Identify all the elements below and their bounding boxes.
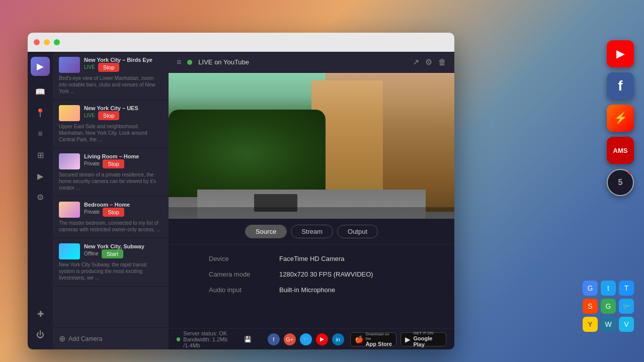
mini-google-circle-icon[interactable]: G (601, 299, 616, 314)
camera-thumb-5 (59, 243, 80, 259)
mini-icons-row-2: S G 🐦 (583, 299, 634, 314)
camera-item-5[interactable]: New York City, Subway Offline Start New … (53, 238, 169, 287)
sidebar-icon-location[interactable]: 📍 (31, 103, 50, 122)
camera-header-5: New York City, Subway Offline Start (59, 243, 163, 259)
mini-twitter2-icon[interactable]: 🐦 (619, 299, 634, 314)
app-window: ▶ 📖 📍 ≡ ⊞ ▶ ⚙ ✚ ⏻ New York City – Birds … (28, 33, 454, 349)
server-status: Server status: OK Bandwidth: 1.2Mb /1.4M… (177, 330, 252, 348)
tab-source[interactable]: Source (245, 225, 287, 238)
camera-btn-row-3: Private Stop (84, 159, 163, 168)
share-icon[interactable]: ↗ (413, 57, 419, 67)
topbar: ≡ LIVE on YouTube ↗ ⚙ 🗑 (169, 52, 454, 73)
mini-tumblr-icon[interactable]: t (601, 281, 616, 296)
trash-icon[interactable]: 🗑 (438, 58, 446, 67)
audio-input-label: Audio input (209, 286, 269, 294)
add-camera-button[interactable]: ⊕ Add Camera (53, 327, 169, 349)
hamburger-icon[interactable]: ≡ (177, 58, 181, 67)
detail-row-device: Device FaceTime HD Camera (209, 255, 414, 262)
status-dot (177, 337, 180, 341)
sidebar-icon-power[interactable]: ⏻ (31, 325, 50, 344)
controls-bar: Source Stream Output (169, 219, 454, 245)
sidebar-icon-book[interactable]: 📖 (31, 82, 50, 101)
camera-item-4[interactable]: Bedroom – Home Private Stop The master b… (53, 197, 169, 238)
sidebar-icon-grid[interactable]: ⊞ (31, 145, 50, 164)
mini-vimeo-icon[interactable]: V (619, 317, 634, 332)
camera-header-4: Bedroom – Home Private Stop (59, 202, 163, 218)
camera-desc-5: New York City Subway, the rapid transit … (59, 261, 163, 281)
googleplay-badge[interactable]: ▶ GET IT ON Google Play (400, 332, 446, 346)
camera-desc-2: Upper East Side and neighborhood, Manhat… (59, 123, 163, 143)
detail-row-camera-mode: Camera mode 644x362 30 FPS (RAWVIDEO) (209, 270, 414, 278)
facebook-app-icon[interactable]: f (607, 72, 634, 100)
device-value: FaceTime HD Camera (279, 255, 345, 262)
minimize-button[interactable] (44, 39, 50, 45)
mini-yahoo-icon[interactable]: Y (583, 317, 598, 332)
camera-info-4: Bedroom – Home Private Stop (84, 202, 163, 217)
mini-social-icon[interactable]: S (583, 299, 598, 314)
topbar-right: ↗ ⚙ 🗑 (413, 57, 446, 67)
camera-header-2: New York City – UES LIVE Stop (59, 105, 163, 121)
tab-output[interactable]: Output (337, 225, 378, 238)
maximize-button[interactable] (54, 39, 60, 45)
traffic-lights (34, 39, 60, 45)
camera-btn-3[interactable]: Stop (103, 159, 124, 168)
hdd-icon: 💾 (244, 336, 252, 343)
camera-info-1: New York City – Birds Eye LIVE Stop (84, 57, 163, 72)
s5-app-icon[interactable]: 5 ⊙ (607, 169, 634, 196)
sidebar-icon-video[interactable]: ▶ (31, 166, 50, 186)
mini-icons-row-1: G t T (583, 281, 634, 296)
camera-name-3: Living Room – Home (84, 153, 163, 159)
camera-desc-1: Bird's-eye view of Lower Manhattan, zoom… (59, 75, 163, 95)
camera-btn-1[interactable]: Stop (98, 63, 120, 72)
plus-circle-icon: ⊕ (59, 334, 65, 343)
mini-wordpress-icon[interactable]: W (601, 317, 616, 332)
social-youtube[interactable]: ▶ (316, 333, 328, 345)
main-content: ≡ LIVE on YouTube ↗ ⚙ 🗑 (169, 52, 454, 349)
bolt-app-icon[interactable]: ⚡ (607, 105, 634, 132)
camera-thumb-4 (59, 202, 80, 218)
settings-icon[interactable]: ⚙ (425, 57, 432, 67)
camera-item-3[interactable]: Living Room – Home Private Stop Secured … (53, 148, 169, 197)
camera-desc-3: Secured stream of a private residence, t… (59, 171, 163, 191)
ams-app-icon[interactable]: AMS (607, 137, 634, 164)
camera-list: New York City – Birds Eye LIVE Stop Bird… (53, 52, 169, 349)
camera-btn-2[interactable]: Stop (98, 111, 120, 120)
camera-btn-row-2: LIVE Stop (84, 111, 163, 120)
camera-status-2: LIVE (84, 113, 95, 118)
social-linkedin[interactable]: in (332, 333, 344, 345)
tab-stream[interactable]: Stream (291, 225, 333, 238)
camera-btn-4[interactable]: Stop (103, 208, 124, 217)
camera-btn-row-5: Offline Start (84, 249, 163, 258)
social-twitter[interactable]: 🐦 (300, 333, 312, 345)
sidebar-icon-list[interactable]: ≡ (31, 124, 50, 143)
detail-row-audio: Audio input Built-in Microphone (209, 286, 414, 294)
social-icons: f G+ 🐦 ▶ in (268, 333, 344, 345)
social-facebook[interactable]: f (268, 333, 280, 345)
camera-thumb-3 (59, 153, 80, 169)
social-googleplus[interactable]: G+ (284, 333, 296, 345)
camera-thumb-1 (59, 57, 80, 73)
sidebar-icon-plus[interactable]: ✚ (31, 304, 50, 323)
sidebar-icon-settings[interactable]: ⚙ (31, 188, 50, 207)
google-play-icon: ▶ (405, 335, 411, 343)
right-sidebar-bottom: G t T S G 🐦 Y W V (583, 281, 634, 332)
camera-item-2[interactable]: New York City – UES LIVE Stop Upper East… (53, 100, 169, 148)
camera-status-1: LIVE (84, 64, 95, 70)
camera-header-3: Living Room – Home Private Stop (59, 153, 163, 169)
server-status-text: Server status: OK Bandwidth: 1.2Mb /1.4M… (183, 330, 240, 348)
appstore-badge[interactable]: 🍎 Download on the App Store (350, 332, 397, 346)
youtube-app-icon[interactable]: ▶ (607, 40, 634, 67)
camera-name-5: New York City, Subway (84, 243, 163, 249)
camera-btn-row-1: LIVE Stop (84, 63, 163, 72)
camera-item-1[interactable]: New York City – Birds Eye LIVE Stop Bird… (53, 52, 169, 100)
camera-mode-label: Camera mode (209, 270, 269, 278)
mini-google-icon[interactable]: G (583, 281, 598, 296)
camera-btn-5[interactable]: Start (102, 249, 123, 258)
camera-desc-4: The master bedroom, connected to my list… (59, 220, 163, 233)
close-button[interactable] (34, 39, 40, 45)
camera-btn-row-4: Private Stop (84, 208, 163, 217)
mini-tumblr2-icon[interactable]: T (619, 281, 634, 296)
sidebar-icon-brand[interactable]: ▶ (31, 57, 50, 76)
bottom-bar: Server status: OK Bandwidth: 1.2Mb /1.4M… (169, 328, 454, 349)
camera-info-5: New York City, Subway Offline Start (84, 243, 163, 258)
